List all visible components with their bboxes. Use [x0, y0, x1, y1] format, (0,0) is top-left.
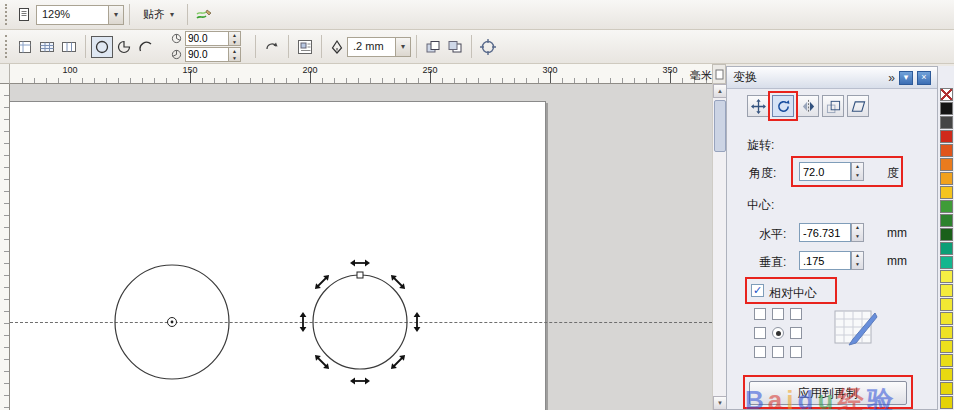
- start-angle-spinner[interactable]: ▲ ▼: [229, 31, 241, 46]
- skew-handle-top[interactable]: [350, 260, 370, 267]
- palette-swatch[interactable]: [940, 158, 953, 171]
- scroll-down-icon[interactable]: ▼: [713, 396, 727, 410]
- toolbar-grip[interactable]: [5, 4, 10, 24]
- palette-swatch[interactable]: [940, 270, 953, 283]
- drawing-assist-button[interactable]: [193, 4, 215, 26]
- palette-swatch[interactable]: [940, 284, 953, 297]
- rotate-handle-bottom-right[interactable]: [389, 353, 408, 372]
- object-size-icon-button[interactable]: [36, 36, 58, 58]
- palette-swatch[interactable]: [940, 242, 953, 255]
- spinner-up-icon[interactable]: ▲: [852, 252, 863, 261]
- vertical-ruler[interactable]: [0, 84, 10, 410]
- canvas-vertical-scrollbar[interactable]: ▲ ▼: [712, 84, 726, 410]
- snap-dropdown-button[interactable]: 贴齐 ▾: [135, 4, 182, 26]
- docker-collapse-chevron[interactable]: »: [888, 71, 895, 85]
- anchor-bottom-center[interactable]: [772, 346, 784, 358]
- spinner-up-icon[interactable]: ▲: [852, 163, 863, 172]
- rotate-handle-top-right[interactable]: [389, 273, 408, 292]
- skew-handle-right[interactable]: [414, 312, 421, 332]
- skew-mode-button[interactable]: [847, 95, 869, 117]
- pie-shape-button[interactable]: [113, 36, 135, 58]
- to-back-button[interactable]: [444, 36, 466, 58]
- anchor-middle-left[interactable]: [754, 327, 766, 339]
- start-angle-input[interactable]: [185, 31, 229, 46]
- view-navigator-button[interactable]: [712, 64, 726, 84]
- docker-rollup-icon[interactable]: ▾: [899, 71, 913, 85]
- size-mode-button[interactable]: [822, 95, 844, 117]
- palette-swatch[interactable]: [940, 228, 953, 241]
- rotate-handle-top-left[interactable]: [313, 273, 332, 292]
- palette-swatch[interactable]: [940, 298, 953, 311]
- curve-node-handle[interactable]: [357, 272, 363, 278]
- palette-swatch[interactable]: [940, 312, 953, 325]
- mirror-mode-button[interactable]: [797, 95, 819, 117]
- palette-swatch[interactable]: [940, 172, 953, 185]
- spinner-up-icon[interactable]: ▲: [852, 224, 863, 233]
- palette-swatch[interactable]: [940, 186, 953, 199]
- anchor-top-left[interactable]: [754, 308, 766, 320]
- anchor-bottom-left[interactable]: [754, 346, 766, 358]
- end-angle-spinner[interactable]: ▲ ▼: [229, 47, 241, 62]
- scrollbar-thumb[interactable]: [714, 100, 726, 152]
- spinner-down-icon[interactable]: ▼: [852, 233, 863, 242]
- palette-swatch[interactable]: [940, 382, 953, 395]
- horizontal-ruler[interactable]: 100 150 200 250 300 350: [10, 64, 712, 84]
- docker-close-icon[interactable]: ×: [917, 71, 931, 85]
- anchor-bottom-right[interactable]: [790, 346, 802, 358]
- palette-swatch[interactable]: [940, 116, 953, 129]
- palette-swatch[interactable]: [940, 144, 953, 157]
- object-scale-icon-button[interactable]: [58, 36, 80, 58]
- object-position-icon-button[interactable]: [14, 36, 36, 58]
- chevron-down-icon[interactable]: ▾: [395, 38, 410, 56]
- toolbar-grip[interactable]: [5, 35, 10, 58]
- rotate-handle-bottom-left[interactable]: [313, 353, 332, 372]
- outline-width-combobox[interactable]: .2 mm ▾: [347, 37, 411, 57]
- scroll-up-icon[interactable]: ▲: [713, 84, 727, 98]
- chevron-down-icon[interactable]: ▾: [108, 6, 123, 24]
- vertical-center-input[interactable]: [799, 251, 851, 270]
- target-button[interactable]: [477, 36, 499, 58]
- rotate-section-label: 旋转:: [747, 137, 774, 154]
- ruler-origin-corner[interactable]: [0, 64, 10, 84]
- document-icon-button[interactable]: [14, 4, 36, 26]
- palette-swatch[interactable]: [940, 340, 953, 353]
- palette-swatch[interactable]: [940, 102, 953, 115]
- palette-swatch[interactable]: [940, 214, 953, 227]
- spinner-down-icon[interactable]: ▼: [852, 261, 863, 270]
- end-angle-input[interactable]: [185, 47, 229, 62]
- arc-shape-button[interactable]: [135, 36, 157, 58]
- palette-swatch[interactable]: [940, 396, 953, 409]
- spinner-down-icon[interactable]: ▼: [852, 172, 863, 181]
- rotation-center-marker[interactable]: [168, 318, 177, 327]
- wrap-text-button[interactable]: [294, 36, 316, 58]
- angle-spinner[interactable]: ▲ ▼: [851, 162, 864, 181]
- anchor-middle-right[interactable]: [790, 327, 802, 339]
- horizontal-center-input[interactable]: [799, 223, 851, 242]
- spinner-down-icon[interactable]: ▼: [229, 55, 240, 62]
- skew-handle-left[interactable]: [300, 312, 307, 332]
- palette-swatch[interactable]: [940, 88, 953, 101]
- palette-swatch[interactable]: [940, 326, 953, 339]
- angle-input[interactable]: [799, 162, 851, 181]
- palette-swatch[interactable]: [940, 130, 953, 143]
- relative-center-checkbox[interactable]: ✓: [751, 284, 764, 297]
- spinner-down-icon[interactable]: ▼: [229, 39, 240, 46]
- position-mode-button[interactable]: [747, 95, 769, 117]
- palette-swatch[interactable]: [940, 200, 953, 213]
- drawing-canvas[interactable]: [10, 84, 712, 410]
- skew-handle-bottom[interactable]: [350, 378, 370, 385]
- vertical-spinner[interactable]: ▲ ▼: [851, 251, 864, 270]
- palette-swatch[interactable]: [940, 368, 953, 381]
- palette-swatch[interactable]: [940, 256, 953, 269]
- horizontal-spinner[interactable]: ▲ ▼: [851, 223, 864, 242]
- palette-swatch[interactable]: [940, 354, 953, 367]
- ellipse-shape-button[interactable]: [91, 36, 113, 58]
- anchor-top-right[interactable]: [790, 308, 802, 320]
- to-front-button[interactable]: [422, 36, 444, 58]
- change-direction-button[interactable]: [261, 36, 283, 58]
- anchor-center-selected[interactable]: [772, 327, 784, 339]
- zoom-level-combobox[interactable]: 129% ▾: [36, 5, 124, 25]
- anchor-top-center[interactable]: [772, 308, 784, 320]
- circle-object-2-selected[interactable]: [313, 275, 407, 369]
- rotate-mode-button[interactable]: [772, 95, 794, 117]
